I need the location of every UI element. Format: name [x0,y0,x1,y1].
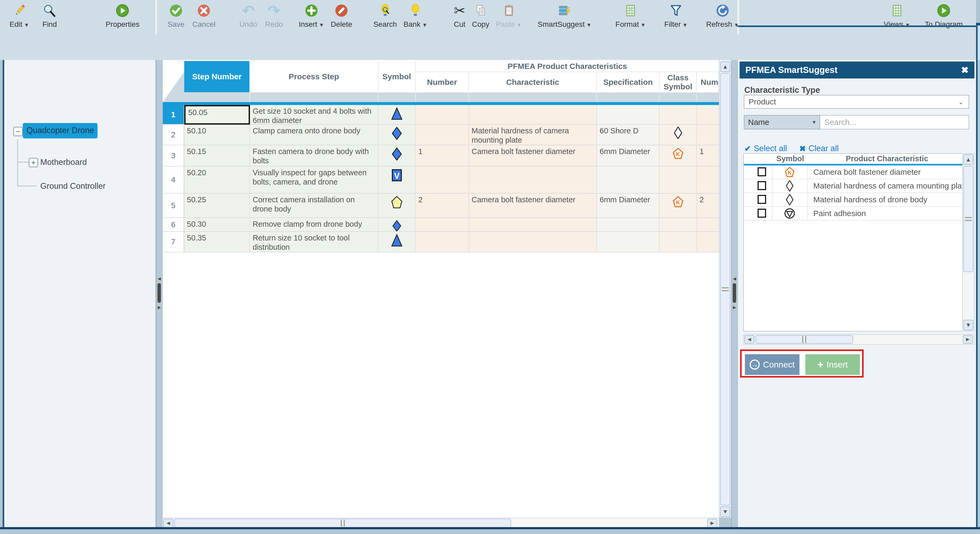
cell-number[interactable] [416,166,469,194]
cell-symbol[interactable] [378,124,416,145]
cell-class-symbol[interactable] [660,124,697,145]
scrollbar-thumb[interactable] [756,335,853,344]
row-number[interactable]: 7 [163,232,184,252]
views-button[interactable]: Views▼ [884,3,910,29]
paste-button[interactable]: Paste▼ [496,3,522,29]
cell-characteristic[interactable]: Camera bolt fastener diameter [469,145,597,166]
save-button[interactable]: Save [167,3,185,29]
cell-class-symbol[interactable] [660,166,697,194]
cell-number-2[interactable] [697,166,719,194]
select-all-link[interactable]: ✔ Select all [745,144,787,153]
row-number[interactable]: 5 [163,194,184,218]
cell-number[interactable]: 2 [416,194,469,218]
filter-button[interactable]: Filter▼ [664,3,687,29]
cell-characteristic[interactable]: Material hardness of camera mounting pla… [469,124,597,145]
cell-specification[interactable] [597,232,660,252]
cell-number[interactable] [416,232,469,252]
scroll-up-button[interactable]: ▲ [720,62,730,72]
cell-symbol[interactable] [378,194,416,218]
table-row[interactable]: 2 50.10 Clamp camera onto drone body Mat… [163,124,719,145]
table-row[interactable]: 6 50.30 Remove clamp from drone body [163,218,719,232]
cell-step-number[interactable]: 50.20 [184,166,250,194]
filter-cell[interactable] [697,93,719,102]
tree-splitter[interactable]: ◄ ► [156,60,163,527]
expand-expander-icon[interactable]: + [29,158,38,167]
tree-node-motherboard[interactable]: Motherboard [40,158,87,167]
copy-button[interactable]: Copy [472,3,489,29]
cell-process-step[interactable]: Fasten camera to drone body with bolts [250,145,378,166]
splitter-handle[interactable] [733,283,736,303]
cell-number-2[interactable] [697,105,719,124]
scroll-up-button[interactable]: ▲ [963,154,974,165]
cell-class-symbol[interactable]: K [660,145,697,166]
cell-number[interactable] [416,105,469,124]
table-vertical-scrollbar[interactable]: ▲ ▼ [719,60,732,518]
cell-class-symbol[interactable] [660,105,697,124]
filter-cell[interactable] [250,93,378,102]
search-field-select[interactable]: Name ▼ [744,115,820,129]
row-number[interactable]: 3 [163,145,184,166]
scroll-right-button[interactable]: ► [707,519,717,528]
cell-number-2[interactable]: 1 [697,145,719,166]
list-item[interactable]: Material hardness of drone body [744,193,964,207]
scroll-down-button[interactable]: ▼ [720,507,730,517]
table-row[interactable]: 4 50.20 Visually inspect for gaps betwee… [163,166,719,194]
row-number[interactable]: 1 [163,105,184,124]
filter-cell[interactable] [660,93,697,102]
clear-all-link[interactable]: ✖ Clear all [799,144,839,153]
scroll-right-button[interactable]: ► [963,335,973,344]
column-header-number-2[interactable]: Number [697,72,719,93]
panel-splitter[interactable]: ◄ ► [731,60,738,527]
insert-button[interactable]: Insert▼ [299,3,324,29]
search-button[interactable]: Search [374,3,397,29]
cell-characteristic[interactable]: Camera bolt fastener diameter [469,194,597,218]
cell-class-symbol[interactable] [660,232,697,252]
cell-symbol[interactable] [378,145,416,166]
smartsuggest-button[interactable]: SmartSuggest▼ [538,3,592,29]
connect-button[interactable]: → Connect [745,354,799,375]
cell-characteristic[interactable] [469,105,597,124]
cancel-button[interactable]: Cancel [192,3,215,29]
column-header-class-symbol[interactable]: Class Symbol [660,72,697,93]
filter-cell[interactable] [416,93,469,102]
cell-number-2[interactable] [697,232,719,252]
undo-button[interactable]: ↶ Undo [239,3,257,29]
list-item[interactable]: Paint adhesion [744,207,964,221]
cell-symbol[interactable] [378,232,416,252]
insert-button[interactable]: + Insert [805,354,860,375]
cell-specification[interactable]: 6mm Diameter [597,194,660,218]
checkbox[interactable] [757,167,766,176]
cell-number[interactable] [416,218,469,232]
checkbox[interactable] [757,209,766,218]
scrollbar-thumb[interactable] [963,166,974,272]
filter-cell[interactable] [378,93,416,102]
checkbox[interactable] [757,181,766,190]
product-characteristic-column-header[interactable]: Product Characteristic [813,154,961,163]
symbol-column-header[interactable]: Symbol [773,154,807,163]
table-row[interactable]: 7 50.35 Return size 10 socket to tool di… [163,232,719,252]
collapse-expander-icon[interactable]: − [13,127,23,136]
scrollbar-thumb[interactable] [720,73,730,505]
cell-characteristic[interactable] [469,218,597,232]
search-input[interactable]: Search... [820,115,969,129]
column-header-process-step[interactable]: Process Step [250,61,378,93]
column-header-symbol[interactable]: Symbol [378,61,416,93]
cell-specification[interactable] [597,105,660,124]
cell-process-step[interactable]: Correct camera installation on drone bod… [250,194,378,218]
column-header-number[interactable]: Number [416,72,469,93]
scroll-down-button[interactable]: ▼ [963,320,974,330]
find-button[interactable]: Find [42,3,57,29]
cell-class-symbol[interactable] [660,218,697,232]
table-row[interactable]: 5 50.25 Correct camera installation on d… [163,194,719,218]
filter-cell[interactable] [184,93,250,102]
table-row[interactable]: 1 50.05 Get size 10 socket and 4 bolts w… [163,105,719,124]
cell-step-number[interactable]: 50.05 [184,105,250,124]
cell-process-step[interactable]: Get size 10 socket and 4 bolts with 6mm … [250,105,378,124]
bank-button[interactable]: Bank▼ [404,3,427,29]
filter-cell[interactable] [597,93,660,102]
cell-step-number[interactable]: 50.10 [184,124,250,145]
scroll-left-button[interactable]: ◄ [745,335,754,344]
list-item[interactable]: Material hardness of camera mounting pla… [744,179,964,193]
row-number[interactable]: 2 [163,124,184,145]
refresh-button[interactable]: Refresh▼ [706,3,739,29]
